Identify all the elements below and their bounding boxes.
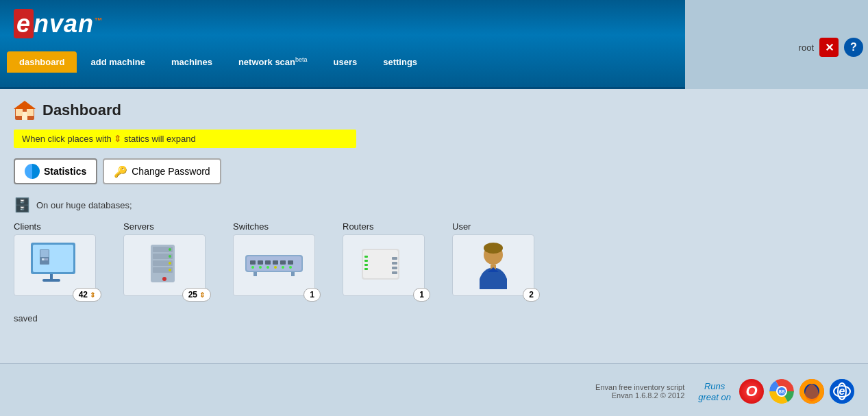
servers-arrows: ⇕ <box>199 291 205 299</box>
footer-text: Envan free inventory script Envan 1.6.8.… <box>595 383 684 400</box>
svg-rect-42 <box>364 260 368 262</box>
browser-icons: O 88 <box>739 379 854 404</box>
svg-rect-30 <box>288 260 293 265</box>
svg-rect-4 <box>27 109 34 116</box>
switches-card[interactable]: 1 <box>233 234 322 303</box>
svg-point-34 <box>274 266 277 269</box>
firefox-icon <box>799 379 824 404</box>
close-button[interactable]: ✕ <box>819 38 839 57</box>
change-password-button[interactable]: 🔑 Change Password <box>103 158 221 184</box>
db-label: On our huge databases; <box>36 200 132 210</box>
routers-image <box>343 234 425 296</box>
routers-card[interactable]: 1 <box>343 234 432 303</box>
footer: Envan free inventory script Envan 1.6.8.… <box>0 363 868 416</box>
svg-rect-10 <box>45 258 48 260</box>
statistics-button[interactable]: Statistics <box>14 158 97 184</box>
svg-rect-8 <box>40 250 49 257</box>
header: envan™ dashboard add machine machines ne… <box>0 0 685 89</box>
svg-rect-46 <box>392 262 397 265</box>
user-image <box>452 234 534 296</box>
footer-right: Runsgreat on O 88 <box>698 379 854 404</box>
svg-rect-26 <box>258 260 263 265</box>
nav-users[interactable]: users <box>321 51 370 73</box>
svg-rect-41 <box>364 256 368 258</box>
svg-point-18 <box>169 248 171 251</box>
svg-point-22 <box>162 277 166 281</box>
servers-label: Servers <box>123 221 154 232</box>
key-icon: 🔑 <box>114 165 127 178</box>
nav-network-scan[interactable]: network scanbeta <box>226 51 320 73</box>
routers-count: 1 <box>419 290 424 299</box>
svg-rect-29 <box>280 260 286 265</box>
svg-rect-6 <box>33 245 73 272</box>
svg-rect-27 <box>265 260 271 265</box>
svg-point-50 <box>484 243 503 254</box>
nav-dashboard[interactable]: dashboard <box>7 51 77 73</box>
logo-area: envan™ <box>0 0 685 48</box>
servers-badge: 25 ⇕ <box>182 288 211 302</box>
svg-rect-11 <box>50 274 53 280</box>
device-column-routers: Routers <box>343 221 432 303</box>
svg-rect-37 <box>253 272 257 276</box>
clients-image <box>14 234 96 296</box>
ie-icon: e <box>830 379 854 404</box>
help-button[interactable]: ? <box>844 38 863 57</box>
footer-info-line2: Envan 1.6.8.2 © 2012 <box>612 391 685 400</box>
button-row: Statistics 🔑 Change Password <box>14 158 854 184</box>
svg-rect-45 <box>392 257 397 260</box>
svg-point-31 <box>251 266 254 269</box>
servers-count: 25 <box>188 290 197 299</box>
info-banner: When click places with ⇕ statics will ex… <box>14 130 356 148</box>
dashboard-icon <box>14 99 36 121</box>
user-label-col: User <box>452 221 471 232</box>
svg-rect-25 <box>250 260 256 265</box>
db-icon: 🗄️ <box>14 197 31 213</box>
device-column-switches: Switches <box>233 221 322 303</box>
svg-point-20 <box>169 262 171 265</box>
opera-icon: O <box>739 379 764 404</box>
svg-rect-12 <box>42 279 60 282</box>
svg-text:88: 88 <box>779 389 785 395</box>
svg-point-35 <box>282 266 284 269</box>
devices-grid: Clients <box>14 221 854 303</box>
user-card[interactable]: 2 <box>452 234 541 303</box>
servers-card[interactable]: 25 ⇕ <box>123 234 212 303</box>
svg-rect-3 <box>16 109 23 116</box>
svg-rect-28 <box>273 260 278 265</box>
svg-point-19 <box>169 255 171 258</box>
clients-card[interactable]: 42 ⇕ <box>14 234 103 303</box>
svg-point-36 <box>289 266 292 269</box>
page-title: Dashboard <box>42 101 121 119</box>
svg-rect-44 <box>364 268 368 270</box>
switches-label: Switches <box>233 221 269 232</box>
nav-add-machine[interactable]: add machine <box>78 51 157 73</box>
statistics-label: Statistics <box>44 166 86 177</box>
nav-bar: dashboard add machine machines network s… <box>0 48 685 75</box>
main-content: Dashboard When click places with ⇕ stati… <box>0 89 868 363</box>
arrows-indicator: ⇕ <box>114 134 121 144</box>
svg-rect-48 <box>392 271 397 274</box>
svg-rect-2 <box>22 112 27 120</box>
svg-rect-38 <box>291 272 295 276</box>
page-title-row: Dashboard <box>14 99 854 121</box>
change-password-label: Change Password <box>132 166 210 177</box>
clients-badge: 42 ⇕ <box>73 288 101 302</box>
runs-great-on: Runsgreat on <box>698 381 731 402</box>
top-right-controls: root ✕ ? <box>799 38 863 57</box>
svg-point-32 <box>259 266 262 269</box>
db-label-row: 🗄️ On our huge databases; <box>14 197 854 213</box>
saved-text: saved <box>14 313 854 323</box>
device-column-clients: Clients <box>14 221 103 303</box>
switches-count: 1 <box>310 290 314 299</box>
nav-settings[interactable]: settings <box>371 51 430 73</box>
svg-rect-47 <box>392 267 397 269</box>
beta-badge: beta <box>295 56 308 63</box>
device-column-servers: Servers <box>123 221 212 303</box>
user-label: root <box>799 42 814 53</box>
nav-machines[interactable]: machines <box>159 51 225 73</box>
user-badge: 2 <box>523 288 540 302</box>
svg-point-21 <box>169 269 171 271</box>
close-icon: ✕ <box>825 41 834 54</box>
switches-badge: 1 <box>303 288 321 302</box>
routers-badge: 1 <box>413 288 430 302</box>
